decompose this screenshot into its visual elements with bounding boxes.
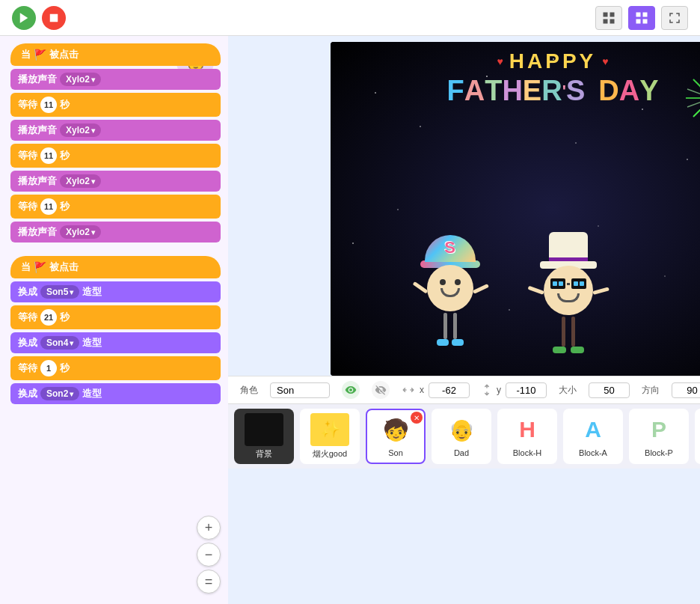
letter-F: F: [446, 75, 464, 107]
sprite-card-dad[interactable]: 👴 Dad: [432, 409, 491, 464]
sprite-dad-label: Dad: [454, 448, 469, 457]
zoom-equals-button[interactable]: =: [197, 570, 221, 594]
sound-block-2[interactable]: 播放声音 Xylo2 ▾: [10, 120, 221, 141]
sprite-name-input[interactable]: [270, 382, 330, 398]
y-label: y: [497, 385, 501, 395]
event-label-clicked: 被点击: [49, 48, 79, 61]
wait-unit-5: 秒: [60, 362, 70, 375]
hide-icon[interactable]: [372, 381, 390, 399]
green-flag-button[interactable]: [12, 6, 36, 30]
size-input[interactable]: [589, 382, 630, 398]
svg-rect-8: [636, 19, 641, 23]
letter-A: A: [464, 75, 485, 107]
caret-icon-4: ▾: [91, 228, 95, 237]
direction-label: 方向: [642, 384, 660, 397]
view-fullscreen[interactable]: [661, 6, 688, 30]
letter-E: E: [523, 75, 541, 107]
look-block-3[interactable]: 换成 Son2 ▾ 造型: [10, 383, 221, 404]
look-dropdown-2[interactable]: Son4 ▾: [40, 336, 79, 350]
stop-button[interactable]: [42, 6, 66, 30]
svg-rect-6: [636, 12, 641, 16]
sound-dropdown-4[interactable]: Xylo2 ▾: [60, 225, 101, 239]
look-block-2[interactable]: 换成 Son4 ▾ 造型: [10, 332, 221, 353]
letter-Y: Y: [639, 75, 658, 107]
zoom-out-button[interactable]: −: [197, 543, 221, 567]
heart-left: ♥: [497, 55, 503, 67]
sprite-card-bg[interactable]: 背景: [234, 409, 294, 464]
sprite-card-block-a[interactable]: A Block-A: [563, 409, 623, 464]
sprite-card-block-p[interactable]: P Block-P: [629, 409, 689, 464]
y-input[interactable]: [506, 382, 547, 398]
event-label-clicked-2: 被点击: [49, 260, 79, 274]
sprite-card-block-h[interactable]: H Block-H: [497, 409, 557, 464]
code-section-1: 当 🚩 被点击 播放声音 Xylo2 ▾ 等待 11 秒: [10, 43, 221, 245]
wait-block-2[interactable]: 等待 11 秒: [10, 144, 221, 168]
look-tail-2: 造型: [82, 336, 102, 350]
sprite-card-smoke[interactable]: ✨ 烟火good: [300, 409, 360, 464]
heart-right: ♥: [602, 55, 608, 67]
sprite-block-h-label: Block-H: [513, 448, 542, 457]
svg-rect-5: [610, 19, 615, 23]
svg-rect-9: [643, 19, 648, 23]
look-dropdown-3[interactable]: Son2 ▾: [40, 387, 79, 400]
sound-block-4[interactable]: 播放声音 Xylo2 ▾: [10, 222, 221, 242]
wait-unit-1: 秒: [60, 98, 70, 112]
main-layout: 🧒 当 🚩 被点击 播放声音 Xylo2 ▾ 等待: [0, 36, 700, 604]
wait-num-4[interactable]: 21: [40, 309, 57, 326]
look-tail-3: 造型: [82, 387, 102, 400]
wait-block-5[interactable]: 等待 1 秒: [10, 356, 221, 380]
event-label-when-2: 当: [21, 260, 31, 274]
letter-T: T: [485, 75, 502, 107]
code-panel: 🧒 当 🚩 被点击 播放声音 Xylo2 ▾ 等待: [0, 36, 228, 604]
direction-input[interactable]: [672, 382, 700, 398]
caret-icon-7: ▾: [70, 390, 73, 398]
sprite-block-p-label: Block-P: [645, 448, 673, 457]
view-toggle-1[interactable]: [595, 6, 622, 30]
y-coord-area: y: [482, 382, 547, 398]
caret-icon-5: ▾: [70, 288, 73, 296]
wait-label-4: 等待: [18, 311, 37, 324]
letter-A2: A: [619, 75, 639, 107]
sprite-son-delete[interactable]: ✕: [411, 412, 423, 424]
sound-label-4: 播放声音: [18, 225, 57, 239]
view-toggle-2[interactable]: [628, 6, 655, 30]
top-bar: [0, 0, 700, 36]
letter-H: H: [502, 75, 522, 107]
wait-num-1[interactable]: 11: [40, 97, 57, 113]
sound-dropdown-1[interactable]: Xylo2 ▾: [60, 73, 101, 86]
look-tail-1: 造型: [82, 285, 102, 299]
show-icon[interactable]: [342, 381, 360, 399]
wait-block-1[interactable]: 等待 11 秒: [10, 93, 221, 117]
caret-icon: ▾: [91, 76, 95, 84]
sprite-card-block-p2[interactable]: P Block-P2: [695, 409, 700, 464]
sprite-card-son[interactable]: ✕ 🧒 Son: [366, 409, 426, 464]
event-block-2[interactable]: 当 🚩 被点击: [10, 256, 221, 278]
svg-rect-4: [604, 19, 608, 23]
stage-and-info: ♥ HAPPY ♥ F A T H E R ' S D: [228, 36, 700, 604]
flag-icon-2: 🚩: [34, 261, 46, 273]
sound-dropdown-3[interactable]: Xylo2 ▾: [60, 174, 101, 188]
sprite-info-bar: 角色 x y 大小 方向: [228, 376, 700, 403]
look-label-3: 换成: [18, 387, 37, 400]
wait-num-3[interactable]: 11: [40, 198, 57, 215]
happy-text: HAPPY: [509, 49, 596, 73]
look-dropdown-1[interactable]: Son5 ▾: [40, 285, 79, 299]
zoom-in-button[interactable]: +: [197, 516, 221, 540]
wait-block-3[interactable]: 等待 11 秒: [10, 195, 221, 219]
caret-icon-3: ▾: [91, 177, 95, 186]
look-block-1[interactable]: 换成 Son5 ▾ 造型: [10, 281, 221, 302]
sound-dropdown-2[interactable]: Xylo2 ▾: [60, 123, 101, 137]
caret-icon-2: ▾: [91, 126, 95, 135]
sound-block-3[interactable]: 播放声音 Xylo2 ▾: [10, 171, 221, 192]
code-section-2: 当 🚩 被点击 换成 Son5 ▾ 造型 等待 21 秒: [10, 256, 221, 407]
wait-num-2[interactable]: 11: [40, 147, 57, 164]
sound-label-3: 播放声音: [18, 174, 57, 188]
event-block-1[interactable]: 当 🚩 被点击: [10, 43, 221, 66]
stage-canvas[interactable]: ♥ HAPPY ♥ F A T H E R ' S D: [331, 42, 701, 376]
x-input[interactable]: [429, 382, 470, 398]
svg-line-15: [693, 98, 701, 117]
sound-block-1[interactable]: 播放声音 Xylo2 ▾: [10, 69, 221, 90]
caret-icon-6: ▾: [70, 339, 73, 347]
wait-block-4[interactable]: 等待 21 秒: [10, 305, 221, 329]
wait-num-5[interactable]: 1: [40, 360, 57, 376]
